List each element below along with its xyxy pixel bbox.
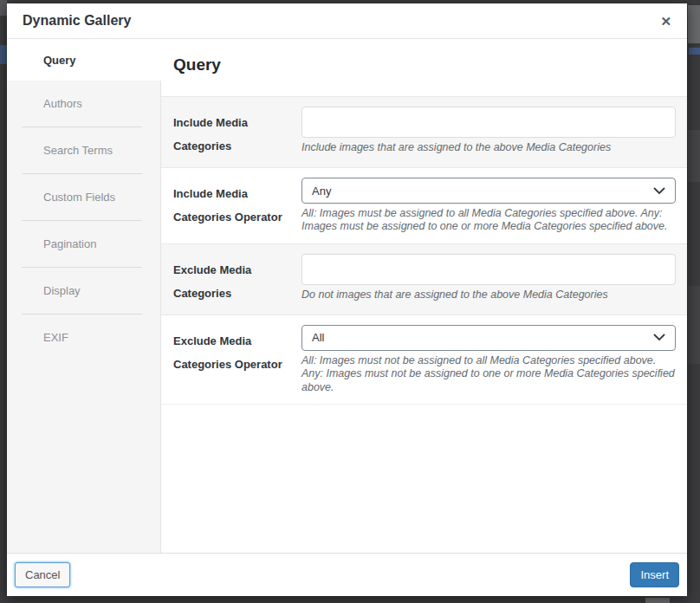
sidebar-item-label: Search Terms	[43, 144, 113, 157]
field-help-text: All: Images must be assigned to all Medi…	[301, 207, 676, 234]
backdrop-fragment	[688, 286, 700, 364]
sidebar-item-exif[interactable]: EXIF	[7, 314, 160, 360]
field-help-text: Do not images that are assigned to the a…	[301, 289, 676, 302]
exclude-operator-select[interactable]: All	[301, 325, 676, 351]
sidebar-item-query[interactable]: Query	[7, 39, 161, 81]
sidebar-item-authors[interactable]: Authors	[7, 81, 160, 126]
backdrop-fragment	[689, 48, 700, 55]
form-row-exclude-operator: Exclude Media Categories Operator All Al…	[161, 315, 687, 405]
field-help-text: Include images that are assigned to the …	[301, 141, 676, 154]
field-help-text: All: Images must not be assigned to all …	[301, 354, 676, 394]
form-row-include-media-categories: Include Media Categories Include images …	[161, 96, 687, 168]
form-row-exclude-media-categories: Exclude Media Categories Do not images t…	[161, 243, 687, 315]
sidebar-item-custom-fields[interactable]: Custom Fields	[7, 174, 160, 220]
query-panel: Query Include Media Categories Include i…	[161, 39, 687, 553]
exclude-media-categories-input[interactable]	[301, 254, 676, 285]
chevron-down-icon	[653, 187, 665, 195]
chevron-down-icon	[653, 334, 665, 341]
settings-sidebar: Query Authors Search Terms Custom Fields…	[7, 39, 161, 553]
backdrop-fragment	[688, 130, 700, 182]
include-operator-select[interactable]: Any	[301, 178, 676, 204]
backdrop-fragment	[688, 5, 700, 43]
selected-option: Any	[312, 185, 331, 198]
form-row-include-operator: Include Media Categories Operator Any Al…	[161, 168, 687, 243]
dialog-title: Dynamic Gallery	[23, 13, 131, 29]
sidebar-item-label: Pagination	[43, 237, 96, 250]
backdrop-fragment	[645, 598, 670, 603]
panel-spacer	[161, 405, 687, 553]
close-icon[interactable]: ✕	[658, 13, 674, 29]
field-label: Exclude Media Categories	[173, 254, 301, 305]
insert-button[interactable]: Insert	[630, 562, 679, 587]
dynamic-gallery-dialog: Dynamic Gallery ✕ Query Authors Search T…	[7, 3, 687, 596]
backdrop-fragment	[0, 45, 7, 64]
sidebar-item-search-terms[interactable]: Search Terms	[7, 127, 160, 173]
sidebar-item-label: Custom Fields	[43, 191, 115, 204]
sidebar-item-label: Query	[43, 54, 76, 67]
sidebar-item-label: Display	[43, 284, 81, 297]
dialog-footer: Cancel Insert	[7, 553, 687, 596]
sidebar-item-label: Authors	[43, 97, 82, 110]
panel-heading: Query	[161, 39, 687, 96]
include-media-categories-input[interactable]	[301, 107, 676, 138]
field-label: Include Media Categories	[173, 107, 301, 158]
sidebar-item-pagination[interactable]: Pagination	[7, 221, 160, 267]
dialog-header: Dynamic Gallery ✕	[7, 3, 687, 39]
field-label: Include Media Categories Operator	[173, 178, 301, 234]
dialog-body: Query Authors Search Terms Custom Fields…	[7, 39, 687, 553]
cancel-button[interactable]: Cancel	[15, 562, 70, 587]
field-label: Exclude Media Categories Operator	[173, 325, 301, 394]
selected-option: All	[312, 331, 324, 344]
sidebar-item-label: EXIF	[43, 331, 68, 344]
sidebar-item-display[interactable]: Display	[7, 268, 160, 314]
backdrop-fragment	[0, 0, 7, 16]
